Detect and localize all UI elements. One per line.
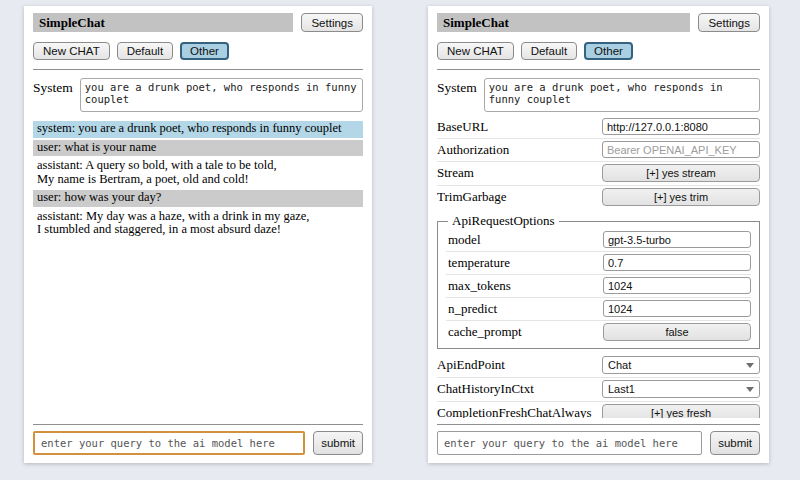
- setting-row-temperature: temperature: [446, 252, 751, 275]
- app-title: SimpleChat: [33, 13, 293, 32]
- model-label: model: [446, 232, 603, 248]
- stream-toggle-button[interactable]: [+] yes stream: [602, 164, 760, 182]
- setting-row-cache-prompt: cache_prompt false: [446, 321, 751, 344]
- fresh-chat-toggle-button[interactable]: [+] yes fresh: [602, 404, 760, 418]
- trimgarbage-toggle-button[interactable]: [+] yes trim: [602, 188, 760, 206]
- api-request-options-fieldset: ApiRequestOptions model temperature max_…: [437, 213, 760, 349]
- max-tokens-input[interactable]: [603, 277, 751, 294]
- max-tokens-label: max_tokens: [446, 278, 603, 294]
- chat-message-assistant: assistant: A query so bold, with a tale …: [33, 158, 363, 188]
- api-endpoint-select[interactable]: Chat: [602, 356, 760, 374]
- baseurl-label: BaseURL: [437, 119, 602, 135]
- setting-row-max-tokens: max_tokens: [446, 275, 751, 298]
- session-tabs: New CHAT Default Other: [33, 42, 363, 60]
- setting-row-baseurl: BaseURL: [437, 116, 760, 139]
- divider: [437, 424, 760, 425]
- divider: [33, 424, 363, 425]
- settings-button[interactable]: Settings: [301, 13, 363, 32]
- settings-form: BaseURL Authorization Stream [+] yes str…: [437, 116, 760, 418]
- chat-history-select[interactable]: Last1: [602, 380, 760, 398]
- setting-row-stream: Stream [+] yes stream: [437, 162, 760, 186]
- new-chat-button[interactable]: New CHAT: [33, 42, 110, 60]
- system-prompt-row: System you are a drunk poet, who respond…: [33, 78, 363, 112]
- setting-row-n-predict: n_predict: [446, 298, 751, 321]
- setting-row-fresh-chat: CompletionFreshChatAlways [+] yes fresh: [437, 402, 760, 418]
- chat-panel: SimpleChat Settings New CHAT Default Oth…: [24, 6, 372, 463]
- submit-button[interactable]: submit: [313, 431, 363, 455]
- new-chat-button[interactable]: New CHAT: [437, 42, 514, 60]
- model-input[interactable]: [603, 231, 751, 248]
- chat-message-assistant: assistant: My day was a haze, with a dri…: [33, 209, 363, 239]
- query-row: submit: [33, 431, 363, 455]
- header: SimpleChat Settings: [33, 13, 363, 32]
- session-tab-other[interactable]: Other: [180, 42, 229, 60]
- authorization-label: Authorization: [437, 142, 602, 158]
- divider: [437, 69, 760, 70]
- n-predict-input[interactable]: [603, 300, 751, 317]
- api-endpoint-label: ApiEndPoint: [437, 357, 602, 373]
- fresh-chat-label: CompletionFreshChatAlways: [437, 405, 602, 418]
- trimgarbage-label: TrimGarbage: [437, 189, 602, 205]
- chat-history: system: you are a drunk poet, who respon…: [33, 121, 363, 418]
- query-input[interactable]: [437, 431, 702, 455]
- settings-panel: SimpleChat Settings New CHAT Default Oth…: [428, 6, 769, 463]
- chat-message-user: user: what is your name: [33, 140, 363, 157]
- session-tab-other[interactable]: Other: [584, 42, 633, 60]
- system-prompt-row: System you are a drunk poet, who respond…: [437, 78, 760, 112]
- header: SimpleChat Settings: [437, 13, 760, 32]
- setting-row-trimgarbage: TrimGarbage [+] yes trim: [437, 186, 760, 209]
- chevron-down-icon: [746, 363, 754, 368]
- submit-button[interactable]: submit: [710, 431, 760, 455]
- divider: [33, 69, 363, 70]
- baseurl-input[interactable]: [602, 118, 760, 135]
- cache-prompt-label: cache_prompt: [446, 324, 603, 340]
- cache-prompt-toggle-button[interactable]: false: [603, 323, 751, 341]
- api-endpoint-selected-value: Chat: [608, 359, 742, 371]
- setting-row-api-endpoint: ApiEndPoint Chat: [437, 354, 760, 378]
- system-prompt-input[interactable]: you are a drunk poet, who responds in fu…: [80, 78, 363, 112]
- stream-label: Stream: [437, 165, 602, 181]
- chat-history-selected-value: Last1: [608, 383, 742, 395]
- session-tab-default[interactable]: Default: [521, 42, 577, 60]
- session-tabs: New CHAT Default Other: [437, 42, 760, 60]
- query-input[interactable]: [33, 431, 305, 455]
- system-label: System: [437, 78, 477, 96]
- settings-button[interactable]: Settings: [698, 13, 760, 32]
- temperature-label: temperature: [446, 255, 603, 271]
- chat-history-label: ChatHistoryInCtxt: [437, 381, 602, 397]
- setting-row-model: model: [446, 229, 751, 252]
- session-tab-default[interactable]: Default: [117, 42, 173, 60]
- chat-message-system: system: you are a drunk poet, who respon…: [33, 121, 363, 138]
- setting-row-authorization: Authorization: [437, 139, 760, 162]
- setting-row-chat-history: ChatHistoryInCtxt Last1: [437, 378, 760, 402]
- chevron-down-icon: [746, 387, 754, 392]
- app-title: SimpleChat: [437, 13, 690, 32]
- system-label: System: [33, 78, 73, 96]
- n-predict-label: n_predict: [446, 301, 603, 317]
- temperature-input[interactable]: [603, 254, 751, 271]
- chat-message-user: user: how was your day?: [33, 190, 363, 207]
- query-row: submit: [437, 431, 760, 455]
- system-prompt-input[interactable]: you are a drunk poet, who responds in fu…: [484, 78, 760, 112]
- api-request-options-legend: ApiRequestOptions: [448, 213, 559, 229]
- authorization-input[interactable]: [602, 141, 760, 158]
